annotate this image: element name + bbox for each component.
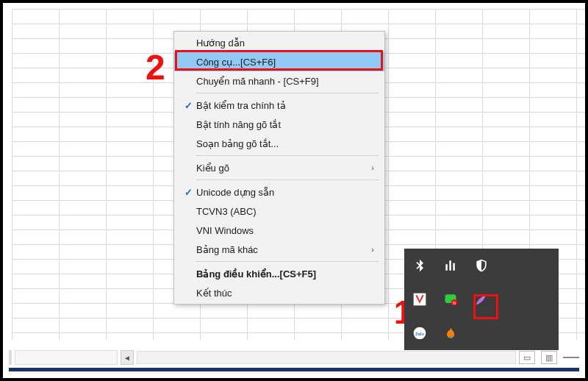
pen-icon[interactable] (466, 282, 497, 316)
menu-item[interactable]: Kiểu gõ› (174, 158, 384, 177)
page-layout-button[interactable]: ▥ (541, 351, 557, 364)
menu-item[interactable]: Bảng mã khác› (174, 240, 384, 259)
equalizer-icon[interactable] (435, 249, 466, 282)
menu-item-label: Bật kiểm tra chính tả (196, 100, 365, 111)
menu-item-label: Bảng mã khác (196, 244, 365, 255)
menu-item-label: Kiểu gõ (196, 163, 365, 174)
menu-separator (196, 179, 379, 180)
menu-separator (196, 93, 379, 93)
menu-item-label: VNI Windows (196, 225, 365, 236)
shield-icon[interactable] (466, 249, 497, 282)
zalo-icon[interactable]: Zalo (404, 316, 435, 350)
scrollbar-grip[interactable] (9, 350, 12, 365)
flame-icon[interactable] (435, 316, 466, 350)
tray-empty (528, 282, 559, 316)
zoom-out-button[interactable] (563, 357, 579, 358)
svg-point-6 (450, 335, 452, 338)
menu-item-label: Unicode dựng sẵn (196, 187, 365, 198)
tray-empty (466, 316, 497, 350)
tray-empty (497, 282, 528, 316)
tray-empty (528, 249, 559, 282)
menu-item-label: Bảng điều khiển...[CS+F5] (196, 268, 365, 279)
scrollbar-track[interactable] (137, 351, 516, 364)
menu-item-label: Hướng dẫn (196, 38, 365, 49)
menu-item[interactable]: Chuyển mã nhanh - [CS+F9] (174, 71, 384, 90)
tray-empty (497, 316, 528, 350)
menu-item[interactable]: VNI Windows (174, 221, 384, 240)
menu-item[interactable]: TCVN3 (ABC) (174, 202, 384, 221)
unikey-icon[interactable] (404, 282, 435, 316)
tray-empty (497, 249, 528, 282)
tray-empty (528, 316, 559, 350)
menu-item[interactable]: Kết thúc (174, 283, 384, 302)
bluetooth-icon[interactable] (404, 249, 435, 282)
menu-separator (196, 261, 379, 262)
menu-item[interactable]: Soạn bảng gõ tắt... (174, 134, 384, 153)
menu-item[interactable]: Công cụ...[CS+F6] (174, 52, 384, 71)
svg-rect-0 (414, 293, 426, 306)
system-tray-popup: NZalo (404, 249, 559, 350)
menu-item[interactable]: ✓Unicode dựng sẵn (174, 182, 384, 202)
check-icon: ✓ (180, 100, 196, 111)
check-icon: ✓ (180, 187, 196, 198)
menu-item[interactable]: Bảng điều khiển...[CS+F5] (174, 264, 384, 283)
menu-separator (196, 155, 379, 156)
menu-item[interactable]: Bật tính năng gõ tắt (174, 115, 384, 134)
menu-item-label: TCVN3 (ABC) (196, 206, 365, 217)
sheet-tab-area[interactable] (15, 350, 118, 365)
scroll-left-button[interactable]: ◄ (121, 350, 134, 365)
unikey-context-menu: Hướng dẫnCông cụ...[CS+F6]Chuyển mã nhan… (173, 31, 385, 305)
svg-text:N: N (453, 301, 456, 305)
chat-icon[interactable]: N (435, 282, 466, 316)
menu-item-label: Bật tính năng gõ tắt (196, 119, 365, 130)
horizontal-scrollbar[interactable]: ◄ ▭ ▥ (9, 349, 579, 366)
screenshot-frame: Hướng dẫnCông cụ...[CS+F6]Chuyển mã nhan… (0, 0, 588, 381)
menu-item-label: Kết thúc (196, 288, 365, 299)
menu-item-label: Chuyển mã nhanh - [CS+F9] (196, 76, 365, 87)
menu-item-label: Công cụ...[CS+F6] (196, 57, 365, 68)
submenu-chevron-icon: › (365, 245, 374, 254)
menu-item[interactable]: Hướng dẫn (174, 33, 384, 52)
menu-item-label: Soạn bảng gõ tắt... (196, 138, 365, 149)
svg-text:Zalo: Zalo (415, 332, 424, 336)
view-mode-button[interactable]: ▭ (519, 351, 535, 364)
window-bottom-accent (9, 368, 579, 371)
callout-number-2: 2 (146, 47, 165, 88)
menu-item[interactable]: ✓Bật kiểm tra chính tả (174, 96, 384, 115)
submenu-chevron-icon: › (365, 163, 374, 172)
